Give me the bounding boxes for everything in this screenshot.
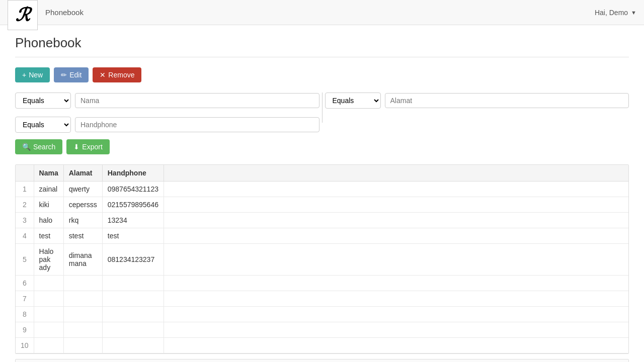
filter-row-alamat: Equals Contains Starts With Ends With xyxy=(325,93,629,109)
col-alamat: Alamat xyxy=(63,165,102,182)
row-alamat xyxy=(63,276,102,291)
table-header-row: Nama Alamat Handphone xyxy=(16,165,628,182)
right-filters: Equals Contains Starts With Ends With xyxy=(325,93,629,113)
remove-button[interactable]: ✕ Remove xyxy=(93,67,141,82)
row-num: 10 xyxy=(16,338,34,353)
row-extra xyxy=(164,197,628,213)
row-alamat: qwerty xyxy=(63,182,102,197)
row-num: 2 xyxy=(16,197,34,213)
table-row[interactable]: 5 Halo pak ady dimana mana 081234123237 xyxy=(16,244,628,276)
table-body: 1 zainal qwerty 0987654321123 2 kiki cep… xyxy=(16,182,628,353)
data-table-container: Nama Alamat Handphone 1 zainal qwerty 09… xyxy=(15,164,629,354)
brand-logo: ℛ xyxy=(8,0,38,30)
row-alamat: stest xyxy=(63,228,102,244)
handphone-filter-select[interactable]: Equals Contains Starts With Ends With xyxy=(15,117,71,133)
table-row[interactable]: 6 xyxy=(16,276,628,291)
row-nama: Halo pak ady xyxy=(34,244,63,276)
new-label: New xyxy=(29,71,43,79)
row-handphone: 081234123237 xyxy=(102,244,164,276)
table-row[interactable]: 1 zainal qwerty 0987654321123 xyxy=(16,182,628,197)
row-handphone: 13234 xyxy=(102,213,164,228)
row-num: 7 xyxy=(16,291,34,307)
plus-icon: + xyxy=(22,71,26,79)
row-extra xyxy=(164,307,628,322)
filter-row-handphone: Equals Contains Starts With Ends With xyxy=(15,117,319,133)
handphone-filter-input[interactable] xyxy=(75,117,319,132)
page-content: Phonebook + New ✏ Edit ✕ Remove Equals C… xyxy=(0,25,644,362)
row-nama xyxy=(34,307,63,322)
edit-button[interactable]: ✏ Edit xyxy=(54,67,89,82)
row-extra xyxy=(164,276,628,291)
search-icon: 🔍 xyxy=(22,143,31,151)
row-nama: kiki xyxy=(34,197,63,213)
user-dropdown-icon: ▼ xyxy=(631,10,636,16)
row-extra xyxy=(164,244,628,276)
navbar-app-title: Phonebook xyxy=(45,8,84,17)
row-handphone xyxy=(102,291,164,307)
nama-filter-input[interactable] xyxy=(75,93,319,108)
row-alamat: cepersss xyxy=(63,197,102,213)
export-button[interactable]: ⬇ Export xyxy=(66,139,109,154)
row-handphone: 0987654321123 xyxy=(102,182,164,197)
row-num: 9 xyxy=(16,322,34,338)
row-nama xyxy=(34,291,63,307)
filter-area: Equals Contains Starts With Ends With Eq… xyxy=(15,93,629,154)
alamat-filter-input[interactable] xyxy=(385,93,629,108)
row-nama xyxy=(34,322,63,338)
alamat-filter-select[interactable]: Equals Contains Starts With Ends With xyxy=(325,93,381,109)
left-filters: Equals Contains Starts With Ends With Eq… xyxy=(15,93,319,137)
search-export-row: 🔍 Search ⬇ Export xyxy=(15,139,629,154)
table-row[interactable]: 7 xyxy=(16,291,628,307)
x-icon: ✕ xyxy=(100,71,106,79)
row-nama: zainal xyxy=(34,182,63,197)
navbar: ℛ Phonebook Hai, Demo ▼ xyxy=(0,0,644,25)
row-nama xyxy=(34,276,63,291)
row-alamat xyxy=(63,291,102,307)
table-row[interactable]: 9 xyxy=(16,322,628,338)
user-menu[interactable]: Hai, Demo ▼ xyxy=(595,9,636,17)
search-label: Search xyxy=(33,143,55,151)
table-row[interactable]: 2 kiki cepersss 0215579895646 xyxy=(16,197,628,213)
edit-label: Edit xyxy=(69,71,82,79)
toolbar: + New ✏ Edit ✕ Remove xyxy=(15,67,629,82)
col-nama: Nama xyxy=(34,165,63,182)
table-row[interactable]: 3 halo rkq 13234 xyxy=(16,213,628,228)
row-num: 8 xyxy=(16,307,34,322)
row-alamat: dimana mana xyxy=(63,244,102,276)
row-nama xyxy=(34,338,63,353)
row-extra xyxy=(164,213,628,228)
row-nama: test xyxy=(34,228,63,244)
user-label: Hai, Demo xyxy=(595,9,628,17)
search-button[interactable]: 🔍 Search xyxy=(15,139,62,154)
row-nama: halo xyxy=(34,213,63,228)
filter-divider xyxy=(322,93,323,123)
row-handphone xyxy=(102,322,164,338)
filter-row-nama: Equals Contains Starts With Ends With xyxy=(15,93,319,109)
nama-filter-select[interactable]: Equals Contains Starts With Ends With xyxy=(15,93,71,109)
export-label: Export xyxy=(82,143,102,151)
row-alamat xyxy=(63,338,102,353)
row-extra xyxy=(164,291,628,307)
row-handphone: 0215579895646 xyxy=(102,197,164,213)
row-extra xyxy=(164,338,628,353)
data-table: Nama Alamat Handphone 1 zainal qwerty 09… xyxy=(16,165,628,353)
download-icon: ⬇ xyxy=(73,143,79,151)
row-num: 6 xyxy=(16,276,34,291)
row-handphone xyxy=(102,276,164,291)
row-extra xyxy=(164,182,628,197)
col-num xyxy=(16,165,34,182)
remove-label: Remove xyxy=(108,71,134,79)
row-num: 3 xyxy=(16,213,34,228)
row-alamat: rkq xyxy=(63,213,102,228)
table-row[interactable]: 4 test stest test xyxy=(16,228,628,244)
col-extra xyxy=(164,165,628,182)
pagination-bar: 10 25 50 100 ⏮ ◀ Page of 5 ▶ ⏭ ↻ Display… xyxy=(15,359,629,362)
table-row[interactable]: 10 xyxy=(16,338,628,353)
col-handphone: Handphone xyxy=(102,165,164,182)
table-row[interactable]: 8 xyxy=(16,307,628,322)
new-button[interactable]: + New xyxy=(15,67,50,82)
row-handphone xyxy=(102,338,164,353)
row-handphone: test xyxy=(102,228,164,244)
row-alamat xyxy=(63,307,102,322)
row-alamat xyxy=(63,322,102,338)
